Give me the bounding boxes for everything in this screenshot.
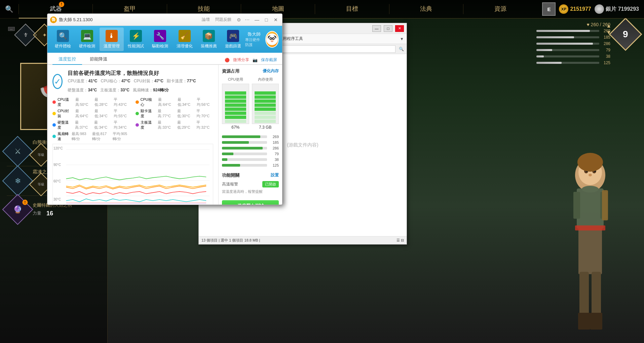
svg-text:30°C: 30°C — [53, 198, 61, 201]
ld-main-panel: ✓ 目前各硬件溫度均正常，散熱情況良好 CPU溫度：41°C CPU核心：47°… — [47, 65, 218, 205]
side-val-5: 38 — [269, 158, 279, 162]
handle-icon: 🔮 ! — [2, 194, 33, 225]
cpu-pkg-val: 47°C — [154, 79, 163, 83]
stat-row-1: 269 — [536, 29, 610, 33]
ld-settings-icon[interactable]: ⚙ — [237, 17, 241, 23]
xp-display: XP 2151977 — [559, 4, 591, 14]
legend-fan-dot — [52, 135, 56, 138]
xp-icon: XP — [559, 4, 568, 14]
nav-item-resources[interactable]: 資源 — [463, 0, 537, 18]
ld-share-btn[interactable]: 微博分享 — [233, 57, 249, 63]
mem-seg-1 — [255, 91, 276, 95]
mem-seg-8 — [255, 120, 276, 123]
mem-seg-2 — [255, 95, 276, 99]
fe-search-icon[interactable]: 🔍 — [399, 47, 404, 51]
ld-maximize-btn[interactable]: □ — [263, 16, 270, 24]
ld-driver-icon: 🔧 — [154, 30, 166, 42]
ld-close-btn[interactable]: ✕ — [272, 16, 279, 24]
ld-nav-driver[interactable]: 🔧 驅動檢測 — [148, 28, 172, 51]
optimize-btn[interactable]: 優化內存 — [263, 68, 279, 74]
ld-forum-link[interactable]: 論壇 — [202, 17, 210, 23]
arrow-up-icon: ▲ — [606, 23, 611, 29]
usage-bars: CPU使用 67% — [222, 77, 279, 130]
ld-nav-label-3: 性能測試 — [128, 43, 144, 49]
legend-hdd-dot — [52, 123, 56, 127]
legend-hdd-temp: 硬盤溫度 最高:37°C 最低:34°C 平均:34°C — [52, 120, 130, 130]
side-bar-track-1 — [222, 135, 267, 138]
mem-usage-col: 內存使用 7.3 GB — [252, 77, 279, 130]
temp-details: CPU溫度：41°C CPU核心：47°C CPU封裝：47°C 顯卡溫度：77… — [68, 78, 213, 93]
side-bar-track-6 — [222, 164, 267, 167]
ld-other-icon[interactable]: ⋯ — [245, 17, 250, 23]
stat-row-3: 286 — [536, 41, 610, 46]
cpu-bar-container — [222, 84, 249, 124]
ld-hardware-detect-icon: 💻 — [81, 30, 93, 42]
handle-warning: ! — [22, 200, 28, 205]
ld-title-icon: 魯 — [50, 16, 57, 23]
ld-subtab-monitor[interactable]: 溫度監控 — [52, 54, 82, 65]
ld-avatar[interactable] — [265, 31, 279, 48]
ld-nav-hardware-check[interactable]: 🔍 硬件體檢 — [51, 28, 75, 51]
legend-gpu-dot — [136, 112, 139, 115]
nav-search-icon[interactable]: 🔍 — [0, 0, 18, 18]
nav-item-codex[interactable]: 法典 — [389, 0, 463, 18]
mem-segments — [252, 84, 279, 124]
legend-cpu-core-dot — [136, 100, 139, 104]
fe-minimize-btn[interactable]: — — [372, 25, 381, 32]
fe-status-text: 13 個項目 | 選中 1 個項目 18.8 MB | — [201, 238, 260, 243]
ld-minimize-btn[interactable]: — — [253, 16, 261, 24]
ld-nav-game[interactable]: 🎮 遊戲篩選 — [221, 28, 245, 51]
cpu-seg-4 — [225, 103, 246, 107]
chart-legend: CPU溫度 最高:50°C 最低:28°C 平均:43°C CPU核心 最高:6… — [52, 97, 213, 142]
slot-expand-left[interactable]: — — [8, 27, 15, 31]
ld-nav-label-6: 裝機推薦 — [201, 43, 217, 49]
chart-svg: 120°C 90°C 60°C 30°C 0°C — [53, 144, 213, 205]
e-badge[interactable]: E — [542, 2, 556, 16]
settings-btn[interactable]: 設置 — [271, 172, 279, 178]
mem-seg-4 — [255, 103, 276, 107]
mem-val: 7.3 GB — [252, 125, 279, 130]
high-temp-toggle[interactable]: 已開啟 — [262, 181, 279, 187]
resource-title-text: 資源占用 — [222, 68, 239, 74]
temp-test-btn[interactable]: 溫度壓力測試 — [222, 200, 279, 205]
side-bars: 269 185 286 79 38 — [222, 135, 279, 167]
handle-attr-label: 力量 — [33, 210, 41, 216]
side-bar-4: 79 — [222, 152, 279, 156]
ld-save-btn[interactable]: 保存截屏 — [261, 57, 277, 63]
svg-text:120°C: 120°C — [53, 146, 63, 150]
ld-nav-recommend[interactable]: 📦 裝機推薦 — [197, 28, 221, 51]
fe-content-placeholder: (游戲文件内容) — [287, 142, 318, 148]
ld-nav-temp[interactable]: 🌡 溫度管理 — [100, 28, 124, 51]
mem-seg-3 — [255, 99, 276, 103]
status-check-icon: ✓ — [52, 74, 63, 89]
ld-subtab-cooling[interactable]: 節能降溫 — [84, 54, 113, 65]
ld-game-icon: 🎮 — [227, 30, 239, 42]
cpu-temp-label: CPU溫度：41°C — [68, 78, 97, 84]
level-value: 9 — [623, 29, 628, 40]
side-bar-track-4 — [222, 153, 267, 155]
side-bar-2: 185 — [222, 140, 279, 144]
hdd-temp-val: 34°C — [88, 88, 97, 92]
nav-item-target[interactable]: 目標 — [315, 0, 389, 18]
fe-close-btn[interactable]: ✕ — [395, 25, 404, 32]
stat-row-2: 185 — [536, 35, 610, 40]
mem-seg-6 — [255, 112, 276, 115]
ld-issue-link[interactable]: 問題反饋 — [215, 17, 231, 23]
resource-title: 資源占用 優化內存 — [222, 68, 279, 74]
cpu-seg-2 — [225, 95, 246, 99]
ld-nav-perf[interactable]: ⚡ 性能測試 — [124, 28, 148, 51]
ld-nav-hardware-detect[interactable]: 💻 硬件檢測 — [75, 28, 99, 51]
ld-nav-clean[interactable]: 🧹 清理優化 — [172, 28, 196, 51]
side-val-3: 286 — [269, 146, 279, 150]
legend-mb-temp: 主板溫度 最高:33°C 最低:29°C 平均:32°C — [136, 120, 214, 130]
stat-row-5: 38 — [536, 54, 610, 59]
luda-window: 魯 魯大師 5.21.1300 論壇 問題反饋 ⚙ ⋯ — □ ✕ 🔍 硬件體檢… — [47, 13, 282, 205]
fan-speed-label: 風扇轉速：924轉/分 — [133, 87, 169, 93]
cpu-temp-val: 41°C — [88, 79, 98, 83]
ld-nav-label-2: 溫度管理 — [104, 43, 120, 49]
ld-weibo-share-icon: 🔴 — [225, 58, 230, 62]
fe-status-bar: 13 個項目 | 選中 1 個項目 18.8 MB | ☰ ⊟ — [199, 236, 407, 244]
mem-seg-5 — [255, 108, 276, 111]
fe-maximize-btn[interactable]: □ — [384, 25, 392, 32]
side-bar-track-2 — [222, 141, 267, 144]
